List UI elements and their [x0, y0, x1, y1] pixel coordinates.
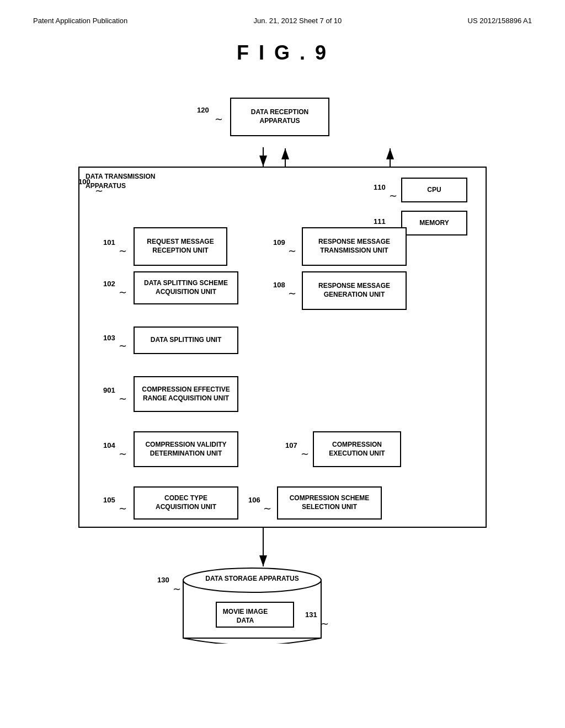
- codec-type-ref: 105: [103, 496, 115, 504]
- data-transmission-ref: 100: [78, 178, 90, 186]
- data-storage-label: DATA STORAGE APPARATUS: [197, 575, 307, 582]
- compression-validity-label: COMPRESSION VALIDITY DETERMINATION UNIT: [145, 441, 226, 458]
- compression-effective-label: COMPRESSION EFFECTIVE RANGE ACQUISITION …: [142, 386, 230, 403]
- request-message-label: REQUEST MESSAGE RECEPTION UNIT: [147, 238, 214, 255]
- compression-effective-box: COMPRESSION EFFECTIVE RANGE ACQUISITION …: [134, 376, 238, 412]
- header-center: Jun. 21, 2012 Sheet 7 of 10: [254, 17, 342, 25]
- request-message-ref: 101: [103, 238, 115, 247]
- data-reception-label: DATA RECEPTION APPARATUS: [251, 108, 308, 125]
- data-reception-ref: 120: [197, 106, 209, 114]
- compression-execution-box: COMPRESSION EXECUTION UNIT: [313, 431, 401, 467]
- compression-execution-ref: 107: [285, 441, 297, 449]
- header-left: Patent Application Publication: [33, 17, 127, 25]
- data-splitting-box: DATA SPLITTING UNIT: [134, 326, 238, 354]
- header-right: US 2012/158896 A1: [468, 17, 532, 25]
- compression-execution-label: COMPRESSION EXECUTION UNIT: [329, 441, 385, 458]
- compression-scheme-ref: 106: [248, 496, 260, 504]
- compression-scheme-box: COMPRESSION SCHEME SELECTION UNIT: [277, 486, 382, 520]
- data-splitting-label: DATA SPLITTING UNIT: [151, 336, 221, 345]
- memory-ref: 111: [374, 217, 386, 226]
- codec-type-box: CODEC TYPE ACQUISITION UNIT: [134, 486, 238, 520]
- data-splitting-ref: 103: [103, 334, 115, 342]
- codec-type-label: CODEC TYPE ACQUISITION UNIT: [156, 494, 216, 511]
- request-message-box: REQUEST MESSAGE RECEPTION UNIT: [134, 227, 227, 266]
- compression-validity-ref: 104: [103, 441, 115, 449]
- response-gen-box: RESPONSE MESSAGE GENERATION UNIT: [302, 271, 407, 310]
- movie-image-label: MOVIE IMAGE DATA: [202, 608, 288, 625]
- cpu-ref: 110: [374, 183, 386, 191]
- fig-title: F I G . 9: [33, 41, 532, 65]
- response-tx-box: RESPONSE MESSAGE TRANSMISSION UNIT: [302, 227, 407, 266]
- data-splitting-scheme-ref: 102: [103, 280, 115, 288]
- compression-effective-ref: 901: [103, 386, 115, 394]
- compression-validity-box: COMPRESSION VALIDITY DETERMINATION UNIT: [134, 431, 238, 467]
- response-gen-label: RESPONSE MESSAGE GENERATION UNIT: [318, 282, 390, 299]
- memory-label: MEMORY: [419, 219, 449, 228]
- compression-scheme-label: COMPRESSION SCHEME SELECTION UNIT: [290, 494, 370, 511]
- cpu-box: CPU: [401, 178, 467, 202]
- movie-image-ref: 131: [305, 611, 317, 619]
- data-splitting-scheme-label: DATA SPLITTING SCHEME ACQUISITION UNIT: [144, 279, 228, 296]
- response-gen-ref: 108: [273, 281, 285, 289]
- memory-box: MEMORY: [401, 211, 467, 235]
- response-tx-label: RESPONSE MESSAGE TRANSMISSION UNIT: [318, 238, 390, 255]
- data-reception-box: DATA RECEPTION APPARATUS: [230, 98, 329, 136]
- response-tx-ref: 109: [273, 238, 285, 247]
- data-storage-ref: 130: [157, 576, 169, 584]
- cpu-label: CPU: [427, 186, 441, 195]
- data-splitting-scheme-box: DATA SPLITTING SCHEME ACQUISITION UNIT: [134, 271, 238, 304]
